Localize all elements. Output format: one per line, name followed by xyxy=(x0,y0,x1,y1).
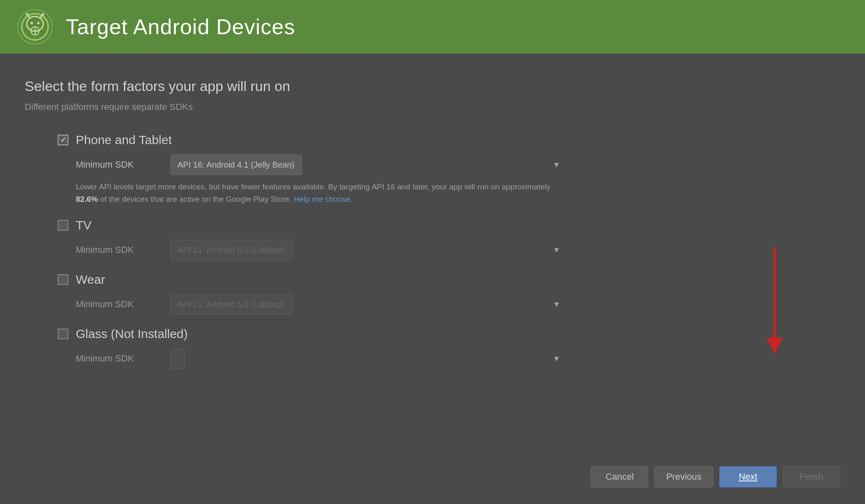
help-text-after: of the devices that are active on the Go… xyxy=(98,195,294,203)
bottom-bar: Cancel Previous Next Finish xyxy=(25,458,840,488)
chevron-down-icon-wear: ▼ xyxy=(553,300,560,308)
sdk-label-phone-tablet: Minimum SDK xyxy=(76,159,158,170)
header: Target Android Devices xyxy=(0,0,865,54)
svg-point-8 xyxy=(37,22,40,24)
help-text-phone-tablet: Lower API levels target more devices, bu… xyxy=(58,181,560,206)
checkbox-wear[interactable] xyxy=(58,274,68,285)
sdk-row-tv: Minimum SDK API 21: Android 5.0 (Lollipo… xyxy=(58,240,840,260)
sdk-row-wear: Minimum SDK API 21: Android 5.0 (Lollipo… xyxy=(58,294,840,315)
cancel-button[interactable]: Cancel xyxy=(591,466,648,488)
form-section-subtitle: Different platforms require separate SDK… xyxy=(25,102,840,112)
sdk-select-wear: API 21: Android 5.0 (Lollipop) xyxy=(171,294,292,315)
sdk-select-tv: API 21: Android 5.0 (Lollipop) xyxy=(171,240,292,260)
checkbox-tv[interactable] xyxy=(58,220,68,231)
form-factor-tv: TV Minimum SDK API 21: Android 5.0 (Loll… xyxy=(58,218,840,260)
form-factor-glass: Glass (Not Installed) Minimum SDK ▼ xyxy=(58,327,840,369)
sdk-select-glass xyxy=(171,348,185,369)
sdk-select-phone-tablet[interactable]: API 16: Android 4.1 (Jelly Bean) xyxy=(171,154,302,175)
sdk-label-glass: Minimum SDK xyxy=(76,353,158,364)
sdk-row-phone-tablet: Minimum SDK API 16: Android 4.1 (Jelly B… xyxy=(58,154,840,175)
page-title: Target Android Devices xyxy=(66,14,295,39)
svg-point-7 xyxy=(30,22,33,24)
sdk-row-glass: Minimum SDK ▼ xyxy=(58,348,840,369)
sdk-select-wrapper-tv: API 21: Android 5.0 (Lollipop) ▼ xyxy=(171,240,566,260)
form-area: Phone and Tablet Minimum SDK API 16: And… xyxy=(25,133,840,449)
sdk-select-wrapper-phone-tablet: API 16: Android 4.1 (Jelly Bean) ▼ xyxy=(171,154,566,175)
help-text-bold: 82.6% xyxy=(76,195,98,203)
checkbox-phone-tablet[interactable] xyxy=(58,135,68,145)
label-glass[interactable]: Glass (Not Installed) xyxy=(76,327,188,341)
previous-button[interactable]: Previous xyxy=(654,466,713,488)
form-factor-wear: Wear Minimum SDK API 21: Android 5.0 (Lo… xyxy=(58,273,840,315)
form-section-title: Select the form factors your app will ru… xyxy=(25,78,840,94)
android-studio-logo xyxy=(16,8,54,45)
form-factor-phone-tablet: Phone and Tablet Minimum SDK API 16: And… xyxy=(58,133,840,206)
label-phone-tablet[interactable]: Phone and Tablet xyxy=(76,133,172,147)
chevron-down-icon-tv: ▼ xyxy=(553,245,560,254)
sdk-select-wrapper-glass: ▼ xyxy=(171,348,566,369)
help-text-before: Lower API levels target more devices, bu… xyxy=(76,182,550,191)
label-wear[interactable]: Wear xyxy=(76,273,105,287)
chevron-down-icon-glass: ▼ xyxy=(553,354,560,363)
chevron-down-icon: ▼ xyxy=(553,161,560,169)
sdk-select-wrapper-wear: API 21: Android 5.0 (Lollipop) ▼ xyxy=(171,294,566,315)
checkbox-glass[interactable] xyxy=(58,329,68,339)
finish-button: Finish xyxy=(783,466,840,488)
sdk-label-wear: Minimum SDK xyxy=(76,299,158,310)
sdk-label-tv: Minimum SDK xyxy=(76,245,158,255)
next-button[interactable]: Next xyxy=(719,466,777,488)
label-tv[interactable]: TV xyxy=(76,218,91,232)
section-gap xyxy=(25,450,840,458)
help-me-choose-link[interactable]: Help me choose. xyxy=(294,195,353,203)
svg-point-6 xyxy=(42,13,44,16)
main-content: Select the form factors your app will ru… xyxy=(0,54,865,504)
svg-point-4 xyxy=(26,13,28,16)
